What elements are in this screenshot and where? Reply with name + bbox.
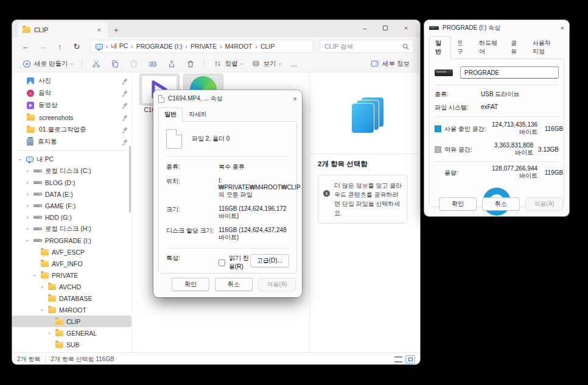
tree-item-game-f[interactable]: › GAME (F:) [12,200,131,211]
drive-name-input[interactable] [460,66,559,79]
drive-icon [33,227,42,230]
cancel-button[interactable]: 취소 [215,278,253,291]
readonly-checkbox[interactable] [219,260,225,266]
tree-item-local-disk-c[interactable]: › 로컬 디스크 (C:) [12,165,131,177]
tree-item-prograde-i[interactable]: › PROGRADE (I:) [12,235,131,246]
tree-item-hdd-g[interactable]: › HDD (G:) [12,211,131,223]
sidebar-item-screenshots[interactable]: screenshots [12,111,131,124]
ok-button[interactable]: 확인 [439,197,477,211]
property-value: 116GB (124,624,196,172 바이트) [219,205,289,221]
chevron-down-icon[interactable]: › [24,238,30,244]
view-button[interactable]: 보기 › [248,58,285,70]
chevron-right-icon[interactable]: › [24,203,30,209]
new-button[interactable]: 새로 만들기 › [18,58,77,70]
tab-general[interactable]: 일반 [158,107,183,122]
search-input[interactable] [324,43,402,50]
breadcrumb-item-prograde[interactable]: PROGRADE (I:) [136,43,183,50]
sort-button[interactable]: 정렬 › [209,58,247,70]
chevron-down-icon: › [277,63,283,65]
chevron-right-icon[interactable]: › [24,180,30,186]
tree-item-local-disk-h[interactable]: › 로컬 디스크 (H:) [12,223,131,235]
sidebar-item-music[interactable]: ♪ 음악 [12,87,131,99]
chevron-right-icon[interactable]: › [24,226,30,232]
back-button[interactable]: ← [18,42,33,51]
tree-item-avf-escp[interactable]: AVF_ESCP [12,246,131,258]
chevron-right-icon[interactable]: › [46,330,52,336]
tree-item-private[interactable]: › PRIVATE [12,269,131,281]
details-pane-toggle[interactable]: 세부 정보 [366,58,414,70]
chevron-right-icon[interactable]: › [24,214,30,221]
breadcrumb-item-clip[interactable]: CLIP [261,43,275,50]
refresh-button[interactable]: ↻ [69,42,84,51]
chevron-down-icon[interactable]: › [32,272,38,278]
tab-general[interactable]: 일반 [429,36,451,59]
tree-item-avf-info[interactable]: AVF_INFO [12,258,131,269]
tree-item-label: SUB [66,341,80,348]
chevron-right-icon[interactable]: › [24,191,30,197]
sidebar-scrollbar[interactable] [129,146,131,213]
maximize-button[interactable] [375,24,396,32]
apply-button[interactable]: 적용(A) [258,278,296,291]
delete-button[interactable] [181,57,199,70]
tree-item-data-e[interactable]: › DATA (E:) [12,188,131,200]
sidebar-item-label: screenshots [39,114,74,121]
tab-clip[interactable]: CLIP × [18,22,108,37]
tree-item-label: AVCHD [59,283,81,291]
forward-button[interactable]: → [35,42,50,51]
copy-button[interactable] [106,57,124,70]
search-box[interactable] [320,40,414,53]
cut-button[interactable] [87,57,105,70]
up-button[interactable]: ↑ [52,42,67,51]
advanced-button[interactable]: 고급(D)... [250,254,289,267]
sidebar-item-pictures[interactable]: 사진 [12,75,131,87]
drive-icon [435,69,453,76]
tab-close-icon[interactable]: × [96,26,103,34]
chevron-right-icon[interactable]: › [39,284,45,290]
breadcrumb[interactable]: › 내 PC › PROGRADE (I:) › PRIVATE › M4ROO… [90,40,313,53]
rename-button[interactable] [144,57,161,70]
tree-item-label: HDD (G:) [45,214,72,221]
chevron-down-icon[interactable]: › [17,157,23,163]
ok-button[interactable]: 확인 [172,278,209,291]
tree-item-m4root[interactable]: › M4ROOT [12,304,131,316]
tree-item-avchd[interactable]: › AVCHD [12,281,131,292]
new-tab-button[interactable]: + [114,26,119,35]
tab-hardware[interactable]: 하드웨어 [473,36,505,59]
cancel-button[interactable]: 취소 [482,197,520,211]
tab-customize[interactable]: 사용자 지정 [527,36,564,59]
sidebar-item-videos[interactable]: 동영상 [12,99,131,111]
selection-info-text: 더 많은 정보를 얻고 클라우드 콘텐츠를 공유하려면 단일 파일을 선택하세요… [334,182,402,216]
share-button[interactable] [163,57,180,70]
breadcrumb-item-m4root[interactable]: M4ROOT [225,43,253,50]
tree-item-database[interactable]: DATABASE [12,292,131,304]
sidebar-item-recycle-bin[interactable]: 휴지통 [12,136,131,148]
folder-icon [41,249,49,255]
tab-details[interactable]: 자세히 [183,107,213,122]
tab-tools[interactable]: 도구 [451,36,473,59]
tree-item-blog-d[interactable]: › BLOG (D:) [12,177,131,188]
tree-item-sub[interactable]: SUB [12,339,131,350]
dialog-title: C1694.MP4, ... 속성 [168,94,222,103]
list-view-toggle[interactable] [394,356,402,362]
breadcrumb-item-my-pc[interactable]: 내 PC [111,42,128,51]
tab-sharing[interactable]: 공유 [505,36,527,59]
chevron-down-icon[interactable]: › [39,307,45,313]
chevron-right-icon[interactable]: › [24,168,30,174]
more-options-button[interactable]: … [286,58,301,69]
paste-button[interactable] [125,57,142,70]
tree-item-clip[interactable]: CLIP [12,316,131,327]
sidebar-item-blog-work[interactable]: 01.블로그작업중 [12,124,131,136]
apply-button[interactable]: 적용(A) [525,197,563,211]
breadcrumb-item-private[interactable]: PRIVATE [191,43,217,50]
file-icon [166,129,182,149]
close-icon[interactable]: × [293,95,297,102]
tree-item-my-pc[interactable]: › 내 PC [12,154,131,165]
readonly-checkbox-row[interactable]: 읽기 전용(R) [219,254,250,271]
dialog-tabs: 일반 도구 하드웨어 공유 사용자 지정 [424,36,569,59]
tree-item-general[interactable]: › GENERAL [12,327,131,339]
close-icon[interactable]: × [561,24,564,32]
share-icon [167,60,176,68]
large-icons-view-toggle[interactable] [405,355,415,364]
close-button[interactable]: × [396,24,416,32]
minimize-button[interactable]: – [354,24,375,32]
